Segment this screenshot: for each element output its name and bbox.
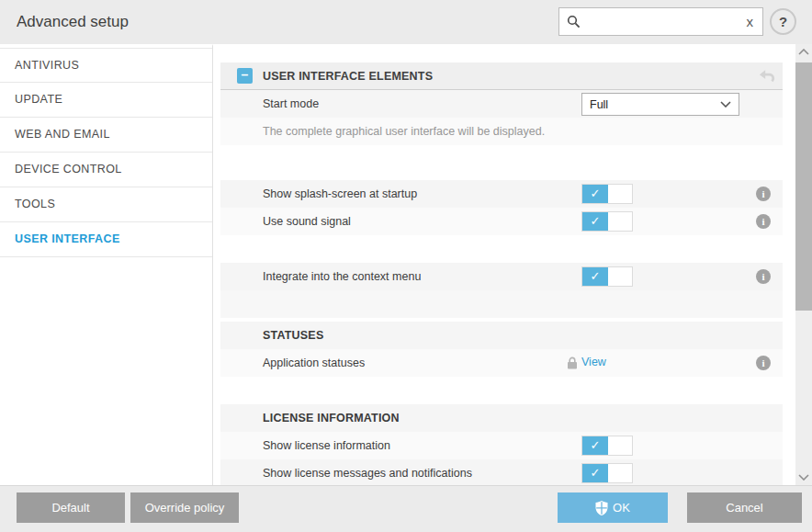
setting-label: Start mode [263,97,319,110]
check-icon: ✓ [582,185,608,203]
search-input[interactable] [586,15,745,28]
license-messages-toggle[interactable]: ✓ [581,463,633,483]
check-icon: ✓ [582,464,608,482]
uac-shield-icon [595,501,608,515]
setting-row-license-messages: Show license messages and notifications … [220,459,783,485]
start-mode-select[interactable]: Full [581,93,739,116]
sidebar-item-web-and-email[interactable]: WEB AND EMAIL [0,118,212,153]
override-policy-button[interactable]: Override policy [130,492,239,523]
sound-signal-toggle[interactable]: ✓ [581,211,633,232]
subsection-header-license-information: LICENSE INFORMATION [220,404,783,432]
empty-row [220,145,783,173]
setting-row-context-menu: Integrate into the context menu ✓ i [220,263,783,290]
setting-description-row: The complete graphical user interface wi… [220,118,783,145]
subsection-title: LICENSE INFORMATION [263,412,400,424]
cancel-button[interactable]: Cancel [687,492,802,523]
ok-button-label: OK [613,501,630,515]
page-title: Advanced setup [17,0,129,44]
sidebar-item-update[interactable]: UPDATE [0,83,212,118]
search-box[interactable]: x [558,7,763,36]
vertical-scrollbar[interactable] [795,44,812,485]
section-header-user-interface-elements: – USER INTERFACE ELEMENTS [220,62,783,90]
info-icon[interactable]: i [756,356,771,370]
setting-label: Show license messages and notifications [263,467,472,480]
setting-description: The complete graphical user interface wi… [263,125,545,138]
help-button[interactable]: ? [770,8,796,35]
info-icon[interactable]: i [756,187,771,201]
selected-value: Full [590,98,608,111]
sidebar: ANTIVIRUS UPDATE WEB AND EMAIL DEVICE CO… [0,44,213,485]
sidebar-item-user-interface[interactable]: USER INTERFACE [0,222,212,257]
setting-label: Show splash-screen at startup [263,187,417,200]
empty-row [220,235,783,263]
license-information-toggle[interactable]: ✓ [581,436,633,456]
info-icon[interactable]: i [756,214,771,229]
clear-search-icon[interactable]: x [745,15,756,28]
chevron-down-icon [720,101,731,108]
ok-button[interactable]: OK [558,492,668,523]
footer-bar: Default Override policy OK Cancel [0,485,812,532]
sidebar-item-antivirus[interactable]: ANTIVIRUS [0,48,212,83]
setting-label: Application statuses [263,357,365,369]
default-button[interactable]: Default [17,492,125,523]
view-link[interactable]: View [581,356,606,368]
setting-row-start-mode: Start mode Full [220,90,783,118]
search-icon [567,15,581,28]
title-bar: Advanced setup x ? [0,0,812,44]
scrollbar-thumb[interactable] [795,62,812,311]
revert-section-icon[interactable] [759,69,775,86]
setting-row-sound-signal: Use sound signal ✓ i [220,208,783,235]
settings-panel: – USER INTERFACE ELEMENTS Start mode Ful… [213,44,795,485]
sidebar-item-tools[interactable]: TOOLS [0,187,212,222]
splash-screen-toggle[interactable]: ✓ [581,184,633,204]
sidebar-item-device-control[interactable]: DEVICE CONTROL [0,153,212,187]
setting-label: Use sound signal [263,215,351,228]
subsection-header-statuses: STATUSES [220,322,783,349]
collapse-section-icon[interactable]: – [237,68,253,84]
setting-row-splash-screen: Show splash-screen at startup ✓ i [220,180,783,208]
subsection-title: STATUSES [263,329,323,342]
setting-row-license-information: Show license information ✓ [220,432,783,459]
section-title: USER INTERFACE ELEMENTS [263,70,433,83]
check-icon: ✓ [582,212,608,231]
setting-label: Show license information [263,439,390,452]
check-icon: ✓ [582,267,608,286]
lock-icon [567,357,578,373]
scroll-up-icon[interactable] [795,44,812,60]
scroll-down-icon[interactable] [795,470,812,485]
empty-row [220,290,783,318]
setting-row-application-statuses: Application statuses View i [220,349,783,377]
empty-row [220,377,783,404]
context-menu-toggle[interactable]: ✓ [581,266,633,287]
check-icon: ✓ [582,436,608,455]
setting-label: Integrate into the context menu [263,270,421,283]
info-icon[interactable]: i [756,269,771,284]
